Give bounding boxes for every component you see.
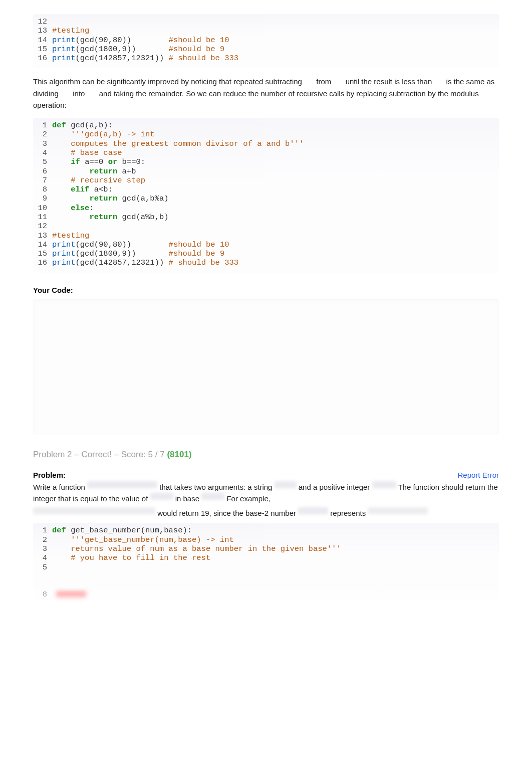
code-content: '''gcd(a,b) -> int [52,130,499,139]
code-line: 2 '''gcd(a,b) -> int [33,130,499,139]
code-content: def get_base_number(num,base): [52,526,499,535]
problem-description: Write a function x that takes two argume… [33,481,499,505]
ptext: For example, [226,494,271,503]
problem-title: Problem 2 – Correct! – Score: 5 / 7 (810… [33,450,499,460]
line-number: 4 [33,148,52,157]
code-line: 1def gcd(a,b): [33,121,499,130]
code-content: returns value of num as a base number in… [52,544,499,553]
redacted-text: x [33,507,155,514]
code-content: #testing [52,26,499,35]
code-content: print(gcd(142857,12321)) # should be 333 [52,258,499,267]
code-content [52,581,499,590]
line-number: 12 [33,222,52,231]
code-line: 6 return a+b [33,167,499,176]
code-content [52,17,499,26]
line-number: 13 [33,26,52,35]
code-content [52,563,499,572]
code-line: 3 computes the greatest common divisor o… [33,139,499,148]
code-line: 7 # recursive step [33,176,499,185]
code-line: 10 else: [33,204,499,213]
ptext: Write a function [33,483,85,491]
ptext: would return 19, since the base-2 number [157,509,296,517]
redacted-text: x [368,507,428,514]
line-number: 11 [33,213,52,222]
problem-id: (8101) [167,450,191,459]
line-number: 9 [33,194,52,203]
code-line: 4 # base case [33,148,499,157]
line-number [33,581,52,590]
line-number: 8 [33,185,52,194]
code-line: 15print(gcd(1800,9)) #should be 9 [33,249,499,258]
line-number: 14 [33,36,52,45]
code-content: print(gcd(90,80)) #should be 10 [52,240,499,249]
para-text: into [73,89,85,98]
code-content: print(gcd(1800,9)) #should be 9 [52,249,499,258]
line-number: 12 [33,17,52,26]
code-block-1: 12 13#testing14print(gcd(90,80)) #should… [33,14,499,68]
code-content: return a+b [52,167,499,176]
line-number: 3 [33,544,52,553]
line-number: 7 [33,176,52,185]
code-content: computes the greatest common divisor of … [52,139,499,148]
line-number: 2 [33,130,52,139]
line-number: 15 [33,249,52,258]
code-line [33,581,499,590]
code-line: 14print(gcd(90,80)) #should be 10 [33,240,499,249]
code-content: #testing [52,231,499,240]
code-line: 11 return gcd(a%b,b) [33,213,499,222]
code-content: return gcd(a%b,b) [52,213,499,222]
code-content: print(gcd(1800,9)) #should be 9 [52,45,499,54]
line-number: 1 [33,526,52,535]
code-content: if a==0 or b==0: [52,157,499,166]
ptext: represents [330,509,366,517]
code-line: 12 [33,17,499,26]
code-content: print(gcd(142857,12321)) # should be 333 [52,54,499,63]
problem-title-text: Problem 2 – Correct! – Score: 5 / 7 [33,450,167,459]
code-block-3: 1def get_base_number(num,base):2 '''get_… [33,523,499,604]
line-number: 2 [33,535,52,544]
code-content: print(gcd(90,80)) #should be 10 [52,36,499,45]
code-content: def gcd(a,b): [52,121,499,130]
code-line: 3 returns value of num as a base number … [33,544,499,553]
code-line: 8 elif a<b: [33,185,499,194]
code-content: # base case [52,148,499,157]
line-number: 3 [33,139,52,148]
line-number: 10 [33,204,52,213]
code-content: else: [52,204,499,213]
code-block-2: 1def gcd(a,b):2 '''gcd(a,b) -> int3 comp… [33,118,499,273]
explanatory-paragraph: This algorithm can be significantly impr… [33,76,499,111]
line-number: 15 [33,45,52,54]
line-number: 4 [33,553,52,562]
redacted-text: x [150,493,173,500]
para-text: and taking the remainder. So we can redu… [33,89,479,109]
report-error-link[interactable]: Report Error [457,471,499,479]
code-line: 15print(gcd(1800,9)) #should be 9 [33,45,499,54]
code-line: 16print(gcd(142857,12321)) # should be 3… [33,258,499,267]
your-code-area[interactable] [33,299,499,435]
problem-description-2: x would return 19, since the base-2 numb… [33,507,499,519]
line-number: 1 [33,121,52,130]
code-content: # you have to fill in the rest [52,553,499,562]
ptext: in base [175,494,199,503]
para-text: This algorithm can be significantly impr… [33,77,302,86]
your-code-label: Your Code: [33,286,499,294]
line-number: 6 [33,167,52,176]
code-line: 13#testing [33,26,499,35]
code-line: 12 [33,222,499,231]
line-number: 13 [33,231,52,240]
line-number: 8 [33,590,52,599]
redacted-text: x [201,493,224,500]
code-line: 2 '''get_base_number(num,base) -> int [33,535,499,544]
code-line: 16print(gcd(142857,12321)) # should be 3… [33,54,499,63]
redacted-text: x [87,481,157,488]
line-number: 16 [33,54,52,63]
code-content: elif a<b: [52,185,499,194]
code-line: 4 # you have to fill in the rest [33,553,499,562]
ptext: that takes two arguments: a string [159,483,272,491]
code-line: 14print(gcd(90,80)) #should be 10 [33,36,499,45]
redacted-text: x [298,507,328,514]
code-line: 13#testing [33,231,499,240]
line-number: 5 [33,157,52,166]
code-line [33,572,499,581]
line-number: 5 [33,563,52,572]
